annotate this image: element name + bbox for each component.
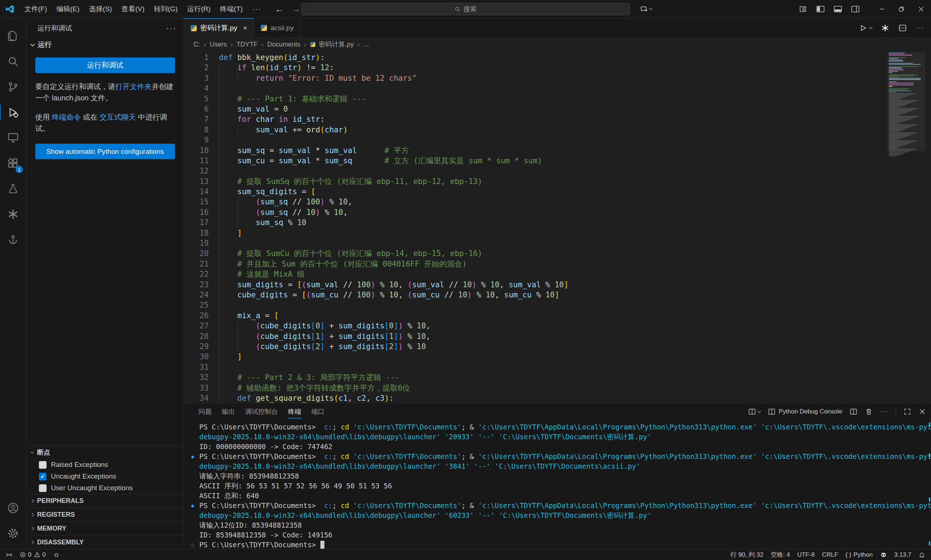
menu-item[interactable]: 查看(V) [117,2,149,16]
restore-button[interactable] [892,0,911,18]
section-memory[interactable]: MEMORY [26,522,184,535]
kill-terminal-icon[interactable] [865,408,873,415]
notifications-bell-icon[interactable] [915,552,929,558]
section-registers[interactable]: REGISTERS [26,508,184,522]
panel-tab-输出[interactable]: 输出 [217,404,240,419]
forward-arrow-icon[interactable]: → [292,4,300,14]
problems-status[interactable]: 0 0 [16,549,49,560]
search-view-icon[interactable] [0,49,26,74]
hint-link[interactable]: 终端命令 [52,113,81,121]
panel-tab-终端[interactable]: 终端 [283,404,306,419]
eol-status[interactable]: CRLF [818,551,842,558]
run-debug-icon[interactable] [0,100,26,125]
section-peripherals[interactable]: PERIPHERALS [26,494,184,508]
panel-more-actions-icon[interactable]: ··· [880,408,888,415]
toggle-sidebar-icon[interactable] [813,5,828,13]
minimap[interactable] [889,52,924,403]
customize-layout-icon[interactable] [796,5,810,13]
breadcrumb-item[interactable]: TDYTF [236,41,257,48]
menu-item[interactable]: 文件(F) [20,2,52,16]
section-disassembly[interactable]: DISASSEMBLY [26,535,184,549]
code-line: 21# 并且加上 Sum 的百十个位 (对应汇编 004016FF 开始的混合) [184,259,884,269]
debug-console-selector[interactable]: Python Debug Console [768,408,842,415]
close-button[interactable] [911,0,931,18]
split-editor-icon[interactable] [898,24,907,32]
token: 10 [334,208,343,217]
line-number: 6 [184,104,219,114]
menu-item[interactable]: 选择(S) [85,2,117,16]
source-control-icon[interactable] [0,74,26,100]
code-editor[interactable]: 1def bbk_keygen(id_str):2if len(id_str) … [184,51,931,403]
checkbox[interactable] [39,485,46,492]
python-config-button[interactable]: Show automatic Python configurations [35,144,175,159]
debug-status-icon[interactable] [49,549,63,560]
menu-item[interactable]: 运行(R) [183,2,215,16]
testing-beaker-icon[interactable] [0,176,26,202]
checkbox[interactable] [39,461,46,469]
token: , [426,322,431,330]
command-decoration-icon[interactable]: ○ [191,540,194,549]
breadcrumb-symbol[interactable]: ... [363,41,369,48]
sidebar-actions-icon[interactable]: ··· [166,24,176,33]
breadcrumb-item[interactable]: C: [194,41,200,48]
extensions-icon[interactable]: 1 [0,151,26,176]
checkbox[interactable]: ✓ [39,473,46,480]
openai-action-icon[interactable] [881,24,889,32]
token: ) [371,280,375,289]
breakpoints-section-header[interactable]: 断点 [26,445,184,459]
token: PS C:\Users\TDYTF\Documents> [199,502,324,509]
code-line: 12 [184,166,884,176]
indentation-status[interactable]: 空格: 4 [767,551,794,559]
remote-explorer-icon[interactable] [0,125,26,151]
menu-item[interactable]: 转到(G) [149,2,182,16]
breadcrumb-item[interactable]: Users [210,41,227,48]
hint-link[interactable]: 打开文件夹 [115,83,152,91]
language-mode[interactable]: { } Python [842,551,876,558]
copilot-status-icon[interactable] [876,552,891,557]
maximize-panel-icon[interactable] [903,408,911,415]
run-and-debug-button[interactable]: 运行和调试 [35,57,175,73]
remote-window-icon[interactable] [640,5,652,13]
explorer-icon[interactable] [0,23,26,49]
menu-item[interactable]: 编辑(E) [52,2,84,16]
token: = [288,291,302,299]
tab-password-calc[interactable]: 密码计算.py × [184,18,254,38]
breadcrumb-file[interactable]: 密码计算.py [319,40,354,49]
token: 2 [315,342,320,351]
command-decoration-icon[interactable]: ● [191,501,194,511]
menu-overflow[interactable]: ··· [247,3,266,15]
remote-indicator[interactable]: >< [2,549,16,560]
anchor-icon[interactable] [0,227,26,252]
minimize-button[interactable] [872,0,892,18]
menu-item[interactable]: 终端(T) [215,2,247,16]
run-section-header[interactable]: 运行 [26,38,184,52]
account-icon[interactable] [0,495,26,521]
toggle-panel-icon[interactable] [831,5,845,13]
search-input[interactable]: 搜索 [301,3,630,15]
breadcrumb-item[interactable]: Documents [267,41,300,48]
editor-more-actions-icon[interactable]: ··· [916,25,924,31]
close-tab-icon[interactable]: × [243,24,247,32]
token: % [375,280,389,289]
tab-acsii[interactable]: acsii.py [254,18,300,37]
toggle-secondary-sidebar-icon[interactable] [848,5,863,13]
hint-link[interactable]: 交互式聊天 [100,113,136,121]
encoding-status[interactable]: UTF-8 [794,551,818,558]
close-panel-icon[interactable] [919,408,926,415]
command-decoration-icon[interactable]: ● [191,452,194,462]
panel-tab-端口[interactable]: 端口 [306,404,329,419]
panel-tab-问题[interactable]: 问题 [194,404,217,419]
settings-gear-icon[interactable] [0,521,26,546]
back-arrow-icon[interactable]: ← [275,4,284,14]
token: c: [324,502,332,509]
panel-tab-调试控制台[interactable]: 调试控制台 [240,404,283,419]
python-version[interactable]: 3.13.7 [891,551,915,558]
cursor-position[interactable]: 行 90, 列 32 [727,551,767,559]
minimap-line [889,155,900,155]
split-terminal-icon[interactable] [748,408,760,415]
terminal-output[interactable]: PS C:\Users\TDYTF\Documents> c:; cd 'c:\… [184,420,931,549]
run-python-file-button[interactable] [859,24,872,32]
code-content: def get_square_digits(c1, c2, c3): [219,393,884,403]
split-panel-icon[interactable] [849,408,857,415]
openai-chatgpt-icon[interactable] [0,202,26,227]
